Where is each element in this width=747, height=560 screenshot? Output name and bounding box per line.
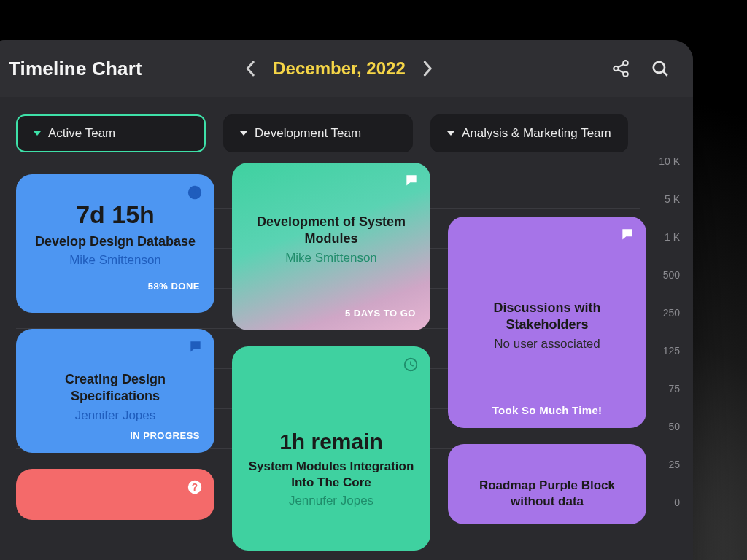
- card-title: Roadmap Purple Block without data: [462, 478, 632, 510]
- y-tick: 5 K: [665, 193, 680, 205]
- svg-point-5: [654, 62, 665, 73]
- page-title: Timeline Chart: [9, 58, 142, 80]
- card-creating-design-specifications[interactable]: Creating Design Specifications Jennifer …: [16, 329, 214, 453]
- filter-active-team[interactable]: Active Team: [16, 114, 206, 152]
- card-discussions-stakeholders[interactable]: Discussions with Stakeholders No user as…: [448, 217, 646, 428]
- card-system-modules-integration[interactable]: 1h remain System Modules Integration Int…: [232, 346, 430, 551]
- y-tick: 125: [663, 345, 680, 357]
- chevron-down-icon: [447, 131, 454, 136]
- column-1: 7d 15h Develop Design Database Mike Smit…: [16, 174, 214, 551]
- card-assignee: Mike Smittenson: [31, 253, 200, 268]
- svg-line-6: [663, 71, 667, 76]
- card-status: 5 DAYS TO GO: [247, 308, 416, 319]
- svg-point-2: [623, 71, 628, 77]
- chevron-down-icon: [240, 131, 247, 136]
- card-assignee: No user associated: [462, 337, 632, 351]
- search-icon[interactable]: [651, 59, 670, 78]
- svg-line-3: [618, 64, 623, 67]
- card-columns: 7d 15h Develop Design Database Mike Smit…: [16, 174, 693, 551]
- card-develop-design-database[interactable]: 7d 15h Develop Design Database Mike Smit…: [16, 174, 214, 313]
- column-3: Discussions with Stakeholders No user as…: [448, 174, 646, 551]
- svg-line-4: [618, 70, 623, 73]
- card-metric: 7d 15h: [31, 201, 200, 229]
- next-month-button[interactable]: [419, 59, 438, 78]
- y-tick: 1 K: [665, 231, 680, 243]
- body-area: Active Team Development Team Analysis & …: [0, 97, 693, 560]
- y-tick: 500: [663, 269, 680, 281]
- filter-label: Analysis & Marketing Team: [462, 126, 611, 141]
- card-metric: 1h remain: [247, 429, 416, 454]
- y-tick: 50: [668, 421, 680, 432]
- filter-label: Active Team: [48, 126, 115, 141]
- column-2: Development of System Modules Mike Smitt…: [232, 174, 430, 551]
- y-tick: 25: [668, 459, 680, 470]
- card-status: IN PROGRESS: [31, 430, 200, 441]
- month-navigator: December, 2022: [241, 58, 437, 79]
- chat-icon: [620, 227, 635, 244]
- filter-row: Active Team Development Team Analysis & …: [16, 114, 693, 152]
- y-axis: 10 K 5 K 1 K 500 250 125 75 50 25 0: [659, 155, 680, 508]
- filter-analysis-marketing-team[interactable]: Analysis & Marketing Team: [430, 114, 628, 152]
- card-title: System Modules Integration Into The Core: [247, 459, 416, 491]
- filter-label: Development Team: [255, 126, 361, 141]
- card-roadmap-purple-block[interactable]: Roadmap Purple Block without data: [448, 444, 646, 524]
- card-assignee: Mike Smittenson: [247, 251, 416, 265]
- card-title: Creating Design Specifications: [31, 371, 200, 405]
- y-tick: 250: [663, 307, 680, 319]
- svg-point-1: [614, 66, 619, 71]
- y-tick: 10 K: [659, 155, 680, 167]
- y-tick: 75: [668, 383, 680, 394]
- topbar: Timeline Chart December, 2022: [0, 40, 693, 97]
- help-icon: ?: [187, 479, 203, 498]
- card-red[interactable]: ?: [16, 469, 214, 520]
- prev-month-button[interactable]: [241, 59, 260, 78]
- chat-icon: [188, 339, 203, 357]
- chat-icon: [404, 173, 419, 190]
- share-icon[interactable]: [611, 59, 630, 78]
- filter-development-team[interactable]: Development Team: [223, 114, 413, 152]
- card-title: Development of System Modules: [247, 214, 416, 248]
- card-status: 58% DONE: [31, 281, 200, 292]
- card-assignee: Jennufer Jopes: [247, 494, 416, 508]
- svg-point-0: [623, 61, 628, 66]
- clock-icon: [187, 184, 203, 203]
- chevron-down-icon: [34, 131, 41, 136]
- svg-text:?: ?: [192, 482, 198, 493]
- card-title: Discussions with Stakeholders: [462, 300, 632, 334]
- timeline-panel: Timeline Chart December, 2022 Active Tea…: [0, 40, 693, 560]
- card-development-system-modules[interactable]: Development of System Modules Mike Smitt…: [232, 163, 430, 330]
- y-tick: 0: [674, 497, 680, 508]
- clock-icon: [403, 357, 419, 376]
- card-assignee: Jennifer Jopes: [31, 408, 200, 423]
- card-note: Took So Much Time!: [462, 404, 632, 416]
- card-title: Develop Design Database: [31, 233, 200, 250]
- month-label: December, 2022: [273, 58, 405, 79]
